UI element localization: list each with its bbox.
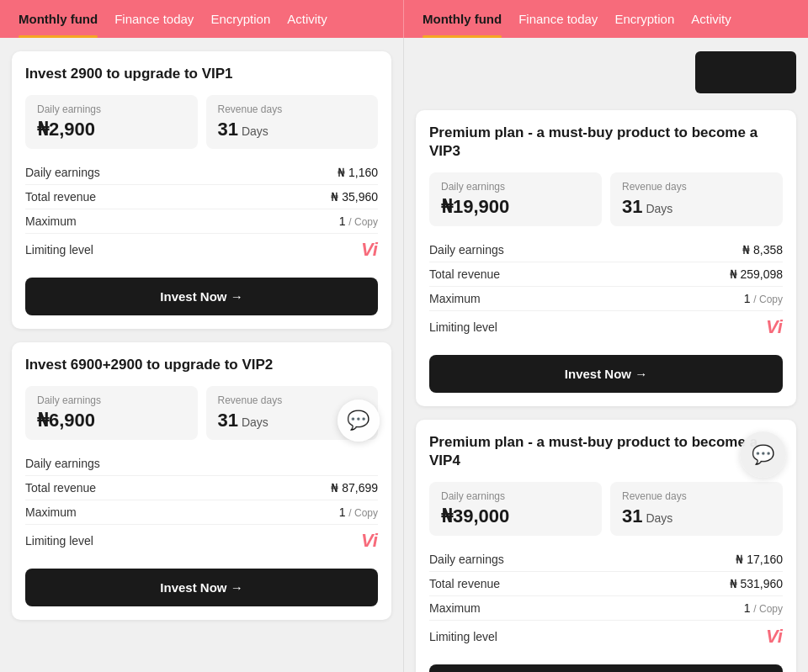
vip4-detail-limiting: Limiting level Vi	[429, 621, 783, 653]
nav-finance-today-right[interactable]: Finance today	[510, 0, 606, 38]
vip1-revenue-days-label: Revenue days	[218, 103, 367, 115]
vip1-daily-label: Daily earnings	[37, 103, 186, 115]
nav-monthly-fund-left[interactable]: Monthly fund	[10, 0, 106, 38]
vip4-title: Premium plan - a must-buy product to bec…	[429, 433, 783, 470]
left-column: Invest 2900 to upgrade to VIP1 Daily ear…	[0, 38, 404, 672]
vip3-revenue-days-box: Revenue days 31 Days	[610, 172, 783, 226]
header: Monthly fund Finance today Encryption Ac…	[0, 0, 808, 38]
vip3-title: Premium plan - a must-buy product to bec…	[429, 124, 783, 161]
vip2-card: Invest 6900+2900 to upgrade to VIP2 Dail…	[12, 342, 391, 620]
vip2-title: Invest 6900+2900 to upgrade to VIP2	[25, 356, 378, 374]
vip3-stats-row: Daily earnings ₦19,900 Revenue days 31 D…	[429, 172, 783, 226]
nav-encryption-left[interactable]: Encryption	[202, 0, 279, 38]
vip2-detail-maximum: Maximum 1 / Copy	[25, 500, 378, 525]
vip1-detail-maximum: Maximum 1 / Copy	[25, 209, 378, 234]
vip3-limiting-icon: Vi	[766, 316, 783, 338]
left-header: Monthly fund Finance today Encryption Ac…	[0, 0, 404, 38]
vip3-detail-maximum: Maximum 1 / Copy	[429, 287, 783, 311]
vip3-card: Premium plan - a must-buy product to bec…	[416, 110, 796, 406]
vip3-revenue-days-value: 31 Days	[622, 196, 771, 218]
right-header: Monthly fund Finance today Encryption Ac…	[404, 0, 808, 38]
vip4-stats-row: Daily earnings ₦39,000 Revenue days 31 D…	[429, 482, 783, 536]
vip3-detail-total: Total revenue ₦ 259,098	[429, 262, 783, 287]
vip4-revenue-days-box: Revenue days 31 Days	[610, 482, 783, 536]
chat-bubble-inner: 💬	[338, 399, 380, 442]
vip3-detail-limiting: Limiting level Vi	[429, 311, 783, 343]
vip1-limiting-icon: Vi	[361, 239, 378, 261]
vip3-detail-daily: Daily earnings ₦ 8,358	[429, 238, 783, 262]
vip2-stats-row: Daily earnings ₦6,900 Revenue days 31 Da…	[25, 386, 378, 440]
nav-encryption-right[interactable]: Encryption	[606, 0, 683, 38]
vip1-detail-total: Total revenue ₦ 35,960	[25, 185, 378, 209]
nav-finance-today-left[interactable]: Finance today	[106, 0, 202, 38]
vip4-detail-maximum: Maximum 1 / Copy	[429, 596, 783, 621]
vip1-detail-daily: Daily earnings ₦ 1,160	[25, 161, 378, 185]
main-content: Invest 2900 to upgrade to VIP1 Daily ear…	[0, 38, 808, 672]
vip4-detail-daily: Daily earnings ₦ 17,160	[429, 548, 783, 572]
vip1-invest-button[interactable]: Invest Now →	[25, 278, 378, 315]
vip1-title: Invest 2900 to upgrade to VIP1	[25, 65, 378, 83]
vip1-card: Invest 2900 to upgrade to VIP1 Daily ear…	[12, 51, 391, 329]
vip1-detail-limiting: Limiting level Vi	[25, 234, 378, 266]
nav-activity-left[interactable]: Activity	[279, 0, 336, 38]
vip3-invest-button[interactable]: Invest Now →	[429, 355, 783, 393]
vip2-daily-value: ₦6,900	[37, 410, 186, 431]
chat-bubble-vip2[interactable]: 💬	[335, 401, 381, 439]
vip4-daily-label: Daily earnings	[441, 490, 590, 502]
vip4-card: Premium plan - a must-buy product to bec…	[416, 420, 796, 672]
vip2-limiting-icon: Vi	[361, 530, 378, 552]
vip4-detail-total: Total revenue ₦ 531,960	[429, 572, 783, 596]
vip3-daily-earnings-box: Daily earnings ₦19,900	[429, 172, 602, 226]
vip4-limiting-icon: Vi	[766, 626, 783, 648]
vip2-detail-daily: Daily earnings	[25, 452, 378, 476]
vip2-invest-button[interactable]: Invest Now →	[25, 569, 378, 606]
vip1-daily-earnings-box: Daily earnings ₦2,900	[25, 95, 198, 149]
vip4-daily-earnings-box: Daily earnings ₦39,000	[429, 482, 602, 536]
vip2-detail-limiting: Limiting level Vi	[25, 525, 378, 557]
vip3-daily-label: Daily earnings	[441, 181, 590, 193]
right-column: Premium plan - a must-buy product to bec…	[404, 38, 808, 672]
vip3-revenue-days-label: Revenue days	[622, 181, 771, 193]
chat-bubble-vip4[interactable]: 💬	[740, 431, 786, 478]
vip1-revenue-days-box: Revenue days 31 Days	[206, 95, 379, 149]
nav-activity-right[interactable]: Activity	[683, 0, 740, 38]
vip2-detail-total: Total revenue ₦ 87,699	[25, 476, 378, 500]
vip3-daily-value: ₦19,900	[441, 196, 590, 218]
vip4-revenue-days-label: Revenue days	[622, 490, 771, 502]
vip4-revenue-days-value: 31 Days	[622, 505, 771, 527]
nav-monthly-fund-right[interactable]: Monthly fund	[414, 0, 510, 38]
vip4-daily-value: ₦39,000	[441, 505, 590, 527]
vip2-daily-earnings-box: Daily earnings ₦6,900	[25, 386, 198, 440]
vip4-invest-button[interactable]: Invest Now →	[429, 664, 783, 672]
vip1-revenue-days-value: 31 Days	[218, 119, 367, 140]
black-bar	[695, 51, 796, 93]
vip1-stats-row: Daily earnings ₦2,900 Revenue days 31 Da…	[25, 95, 378, 149]
vip1-daily-value: ₦2,900	[37, 119, 186, 140]
vip2-daily-label: Daily earnings	[37, 394, 186, 406]
